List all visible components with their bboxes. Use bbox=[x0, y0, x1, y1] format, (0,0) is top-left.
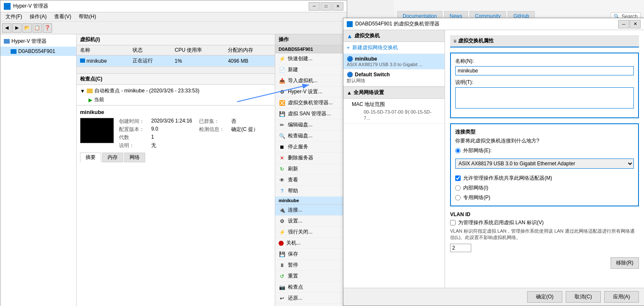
clustered-value: 否 bbox=[231, 118, 258, 125]
sidebar-hyperv-root[interactable]: Hyper-V 管理器 bbox=[0, 36, 76, 47]
vsm-allow-mgmt-row[interactable]: 允许管理操作系统共享此网络适配器(M) bbox=[455, 175, 634, 182]
vm-status-cell: 正在运行 bbox=[129, 56, 171, 67]
vsm-mac-range-item[interactable]: MAC 地址范围 00-15-5D-73-07-00 到 00-15-5D-7.… bbox=[343, 99, 445, 124]
action-save[interactable]: 💾 保存 bbox=[275, 249, 347, 260]
toolbar-forward[interactable]: ▶ bbox=[12, 23, 22, 33]
vsm-cancel-button[interactable]: 取消(C) bbox=[566, 291, 601, 303]
vsm-vlan-checkbox-row[interactable]: 为管理操作系统启用虚拟 LAN 标识(V) bbox=[450, 219, 639, 226]
action-stop-service[interactable]: ⏹ 停止服务 bbox=[275, 142, 347, 153]
action-restore[interactable]: ↩ 还原... bbox=[275, 293, 347, 304]
maximize-button[interactable]: □ bbox=[321, 2, 332, 11]
edit-disk-icon: ✏ bbox=[279, 122, 285, 128]
horizontal-scrollbar[interactable] bbox=[77, 67, 275, 73]
vsm-global-header: ▲ 全局网络设置 bbox=[343, 86, 445, 99]
action-shutdown[interactable]: 关机... bbox=[275, 238, 347, 249]
vsm-close-btn[interactable]: ✕ bbox=[630, 20, 641, 28]
action-check-disk[interactable]: 🔍 检查磁盘... bbox=[275, 131, 347, 142]
vsm-switch-sub-minikube: ASIX AX88179 USB 3.0 to Gigabit ... bbox=[347, 62, 441, 67]
action-new[interactable]: 📄 新建 bbox=[275, 64, 347, 75]
vsm-connection-question: 你要将此虚拟交换机连接到什么地方? bbox=[455, 137, 634, 145]
hyperv-menubar: 文件(F) 操作(A) 查看(V) 帮助(H) bbox=[0, 12, 347, 22]
tab-memory[interactable]: 内存 bbox=[102, 153, 123, 162]
action-help[interactable]: ? 帮助 bbox=[275, 186, 347, 197]
vsm-minimize-btn[interactable]: ─ bbox=[618, 20, 629, 28]
vsm-switch-minikube[interactable]: 🔵 minikube ASIX AX88179 USB 3.0 to Gigab… bbox=[343, 54, 445, 70]
tab-summary[interactable]: 摘要 bbox=[80, 153, 101, 162]
checkpoint-item[interactable]: ▼ 自动检查点 - minikube - (2020/3/26 - 23:33:… bbox=[80, 86, 271, 95]
version-label: 配置版本： bbox=[119, 126, 144, 133]
vsm-radio-private[interactable]: 专用网络(P) bbox=[455, 194, 634, 201]
vm-details: 创建时间： 2020/3/26 1:24:16 已群集： 否 配置版本： 9.0… bbox=[119, 118, 258, 149]
radio-internal-input[interactable] bbox=[455, 185, 461, 191]
notes-label: 说明： bbox=[119, 142, 144, 149]
vsm-new-switch-btn[interactable]: + 新建虚拟网络交换机 bbox=[343, 42, 445, 54]
settings-icon: ⚙ bbox=[279, 89, 285, 95]
vsm-apply-button[interactable]: 应用(A) bbox=[604, 291, 639, 303]
close-button[interactable]: ✕ bbox=[332, 2, 343, 11]
toolbar-up[interactable]: 📂 bbox=[22, 23, 32, 33]
checkbox-vlan[interactable] bbox=[450, 220, 456, 225]
vsm-external-dropdown[interactable]: ASIX AX88179 USB 3.0 to Gigabit Ethernet… bbox=[455, 159, 634, 169]
vsm-radio-internal[interactable]: 内部网络(I) bbox=[455, 184, 634, 192]
toolbar-back[interactable]: ◀ bbox=[2, 23, 11, 33]
vsm-ok-button[interactable]: 确定(O) bbox=[527, 291, 562, 303]
action-edit-disk[interactable]: ✏ 编辑磁盘... bbox=[275, 120, 347, 131]
vsm-vlan-desc: VLAN 标识符指定虚拟 LAN，管理操作系统使用该 LAN 通过此网络适配器进… bbox=[450, 228, 639, 241]
sidebar-server-item[interactable]: D0ABD554F901 bbox=[0, 47, 76, 56]
col-status[interactable]: 状态 bbox=[129, 45, 171, 56]
toolbar-help[interactable]: ❓ bbox=[43, 23, 52, 33]
action-import[interactable]: 📥 导入虚拟机... bbox=[275, 75, 347, 86]
vsm-switch-default[interactable]: 🔵 Default Switch 默认网络 bbox=[343, 70, 445, 86]
action-switch-manager[interactable]: 🔀 虚拟交换机管理器... bbox=[275, 97, 347, 108]
tab-network[interactable]: 网络 bbox=[124, 153, 145, 162]
radio-external-input[interactable] bbox=[455, 148, 461, 153]
table-row[interactable]: minikube 正在运行 1% 4096 MB bbox=[77, 56, 275, 67]
action-vm-settings[interactable]: ⚙ 设置... bbox=[275, 216, 347, 227]
minimize-button[interactable]: ─ bbox=[309, 2, 320, 11]
hyperv-window: Hyper-V 管理器 ─ □ ✕ 文件(F) 操作(A) 查看(V) 帮助(H… bbox=[0, 0, 347, 306]
vsm-left-panel: ▲ 虚拟交换机 + 新建虚拟网络交换机 🔵 minikube ASIX AX88… bbox=[343, 30, 445, 288]
vm-icon bbox=[80, 58, 85, 63]
checkbox-allow-mgmt[interactable] bbox=[455, 175, 461, 181]
action-reset[interactable]: ↺ 重置 bbox=[275, 271, 347, 282]
toolbar-properties[interactable]: 📋 bbox=[33, 23, 42, 33]
col-name[interactable]: 名称 bbox=[77, 45, 129, 56]
action-refresh[interactable]: ↻ 刷新 bbox=[275, 164, 347, 175]
action-view[interactable]: 👁 查看 bbox=[275, 175, 347, 186]
vm-actions-label: minikube bbox=[275, 197, 347, 205]
menu-view[interactable]: 查看(V) bbox=[51, 12, 75, 21]
menu-action[interactable]: 操作(A) bbox=[26, 12, 50, 21]
col-memory[interactable]: 分配的内存 bbox=[224, 45, 275, 56]
refresh-icon: ↻ bbox=[279, 166, 285, 172]
vsm-radio-external[interactable]: 外部网络(E): bbox=[455, 147, 634, 154]
checkpoint-current[interactable]: ▶ 当前 bbox=[80, 95, 271, 103]
action-hyperv-settings[interactable]: ⚙ Hyper-V 设置... bbox=[275, 86, 347, 97]
col-cpu[interactable]: CPU 使用率 bbox=[171, 45, 225, 56]
action-force-shutdown[interactable]: ⚡ 强行关闭... bbox=[275, 227, 347, 238]
action-san-manager[interactable]: 💾 虚拟 SAN 管理器... bbox=[275, 108, 347, 120]
action-quick-create[interactable]: ⚡ 快速创建... bbox=[275, 53, 347, 64]
menu-help[interactable]: 帮助(H) bbox=[75, 12, 100, 21]
notes-value: 无 bbox=[151, 142, 192, 149]
action-connect[interactable]: 🔌 连接... bbox=[275, 205, 347, 216]
menu-file[interactable]: 文件(F) bbox=[2, 12, 25, 21]
view-icon: 👁 bbox=[279, 177, 285, 184]
switch-default-icon: 🔵 bbox=[347, 72, 353, 78]
action-delete-server[interactable]: ✕ 删除服务器 bbox=[275, 153, 347, 164]
actions-title: 操作 bbox=[275, 34, 347, 45]
action-checkpoint[interactable]: 📷 检查点 bbox=[275, 282, 347, 293]
radio-private-input[interactable] bbox=[455, 195, 461, 200]
vsm-vlan-input[interactable] bbox=[450, 244, 471, 252]
vsm-name-input[interactable] bbox=[455, 66, 634, 75]
vsm-titlebar: D0ABD554F901 的虚拟交换机管理器 ─ ✕ bbox=[343, 18, 644, 30]
san-icon: 💾 bbox=[279, 111, 285, 117]
global-section-icon: ▲ bbox=[347, 90, 352, 96]
vsm-remove-button[interactable]: 移除(R) bbox=[611, 257, 639, 269]
vsm-new-switch-label: 新建虚拟网络交换机 bbox=[352, 44, 398, 51]
hyperv-titlebar: Hyper-V 管理器 ─ □ ✕ bbox=[0, 0, 347, 12]
import-icon: 📥 bbox=[279, 78, 285, 84]
vsm-notes-input[interactable] bbox=[455, 87, 634, 108]
vm-thumbnail[interactable] bbox=[80, 118, 114, 143]
action-pause[interactable]: ⏸ 暂停 bbox=[275, 260, 347, 271]
gen-value: 1 bbox=[151, 134, 192, 141]
